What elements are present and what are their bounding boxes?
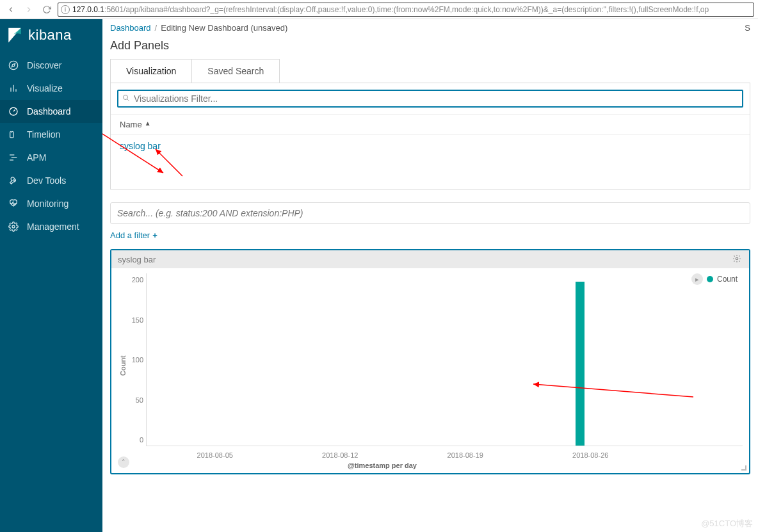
resize-handle[interactable] [740,464,746,471]
sidebar-item-apm[interactable]: APM [0,146,102,169]
gauge-icon [8,106,19,117]
visualizations-filter-input[interactable] [134,93,738,104]
svg-point-13 [736,257,738,260]
sidebar-item-label: Monitoring [27,198,69,209]
main-content: Dashboard / Editing New Dashboard (unsav… [102,19,758,532]
url-rest: :5601/app/kibana#/dashboard?_g=(refreshI… [104,5,709,14]
panel-gear-icon[interactable] [732,254,743,264]
collapse-icon[interactable]: ˄ [118,456,129,468]
sidebar-item-label: Management [27,222,79,232]
table-header[interactable]: Name▲ [111,114,750,135]
bar-chart-icon [8,83,19,94]
watermark: @51CTO博客 [701,518,753,529]
col-name: Name [120,120,142,129]
breadcrumb-sep: / [155,23,157,33]
svg-line-12 [127,99,129,101]
table-row: syslog bar [111,135,750,157]
gear-icon [8,221,19,232]
sidebar-item-label: Visualize [27,83,63,93]
tab-saved-search[interactable]: Saved Search [192,60,279,83]
back-button[interactable] [4,3,18,17]
svg-point-0 [9,61,17,69]
add-filter-link[interactable]: Add a filter + [102,224,758,246]
breadcrumb-right: S [745,23,750,33]
page-title: Add Panels [110,39,750,52]
legend-toggle-icon[interactable]: ▸ [691,273,703,285]
y-ticks: 200 150 100 50 0 [128,273,146,458]
logo-text: kibana [28,27,72,44]
viz-panel-header: syslog bar [111,250,749,268]
legend-color-dot [707,276,713,282]
url-bar[interactable]: i 127.0.0.1:5601/app/kibana#/dashboard?_… [58,3,754,17]
breadcrumb: Dashboard / Editing New Dashboard (unsav… [102,19,758,35]
breadcrumb-root[interactable]: Dashboard [110,23,151,33]
svg-marker-1 [12,63,15,67]
sidebar-item-dashboard[interactable]: Dashboard [0,100,102,123]
plus-icon: + [152,230,157,240]
svg-point-11 [124,95,128,99]
tab-visualization[interactable]: Visualization [111,60,192,83]
reload-button[interactable] [40,3,54,17]
sidebar: kibana Discover Visualize Dashboard Time… [0,19,102,532]
sidebar-item-label: Timelion [27,129,60,140]
sidebar-item-discover[interactable]: Discover [0,54,102,77]
viz-link-syslog-bar[interactable]: syslog bar [120,141,161,151]
apm-icon [8,152,19,163]
forward-button[interactable] [22,3,36,17]
kibana-logo-icon [6,27,23,44]
sidebar-item-label: APM [27,152,46,163]
legend: ▸ Count [691,273,738,285]
url-host: 127.0.0.1 [72,5,104,14]
svg-line-6 [13,109,15,111]
plot-area[interactable] [146,273,743,446]
sidebar-item-timelion[interactable]: Timelion [0,123,102,146]
bar-count[interactable] [576,282,585,446]
viz-panel-title: syslog bar [118,255,156,264]
chart: Count 200 150 100 50 0 ▸ Count 2018 [111,268,749,473]
heartbeat-icon [8,198,19,209]
y-axis-label: Count [118,273,128,458]
breadcrumb-current: Editing New Dashboard (unsaved) [161,23,287,33]
logo[interactable]: kibana [0,19,102,54]
query-input[interactable] [111,203,750,223]
sidebar-item-label: Dev Tools [27,175,66,186]
add-filter-label: Add a filter [110,230,150,240]
sidebar-item-monitoring[interactable]: Monitoring [0,192,102,215]
viz-panel: syslog bar Count 200 150 100 50 0 [110,249,750,474]
sidebar-item-devtools[interactable]: Dev Tools [0,169,102,192]
wrench-icon [8,175,19,186]
tabs: Visualization Saved Search [110,59,280,83]
x-axis-label: @timestamp per day [111,462,653,469]
sort-asc-icon: ▲ [145,120,151,129]
search-icon [122,94,130,104]
svg-point-10 [12,225,15,228]
sidebar-item-label: Discover [27,60,61,70]
sidebar-item-label: Dashboard [27,106,71,117]
sidebar-item-visualize[interactable]: Visualize [0,77,102,100]
query-bar[interactable] [110,202,750,224]
visualizations-filter[interactable] [117,90,743,108]
x-ticks: 2018-08-05 2018-08-12 2018-08-19 2018-08… [152,451,653,459]
sidebar-item-management[interactable]: Management [0,215,102,238]
browser-toolbar: i 127.0.0.1:5601/app/kibana#/dashboard?_… [0,0,758,19]
info-icon: i [61,5,70,14]
compass-icon [8,60,19,71]
timelion-icon [8,129,19,140]
legend-label: Count [717,275,738,284]
